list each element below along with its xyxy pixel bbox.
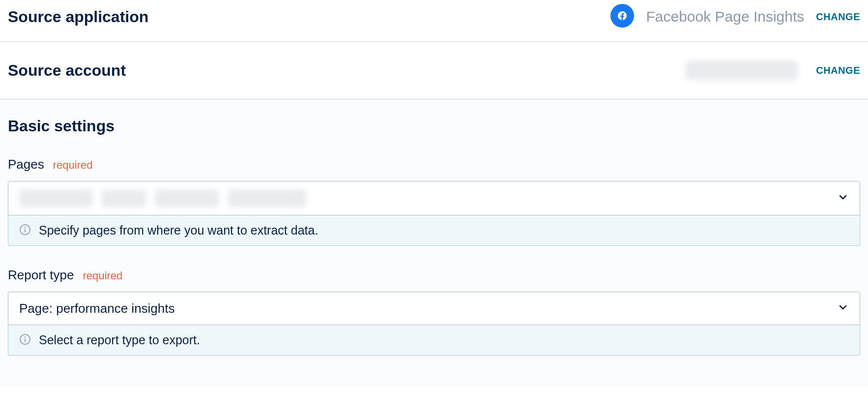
change-application-button[interactable]: CHANGE	[816, 11, 860, 23]
pages-label: Pages	[8, 157, 44, 172]
info-icon	[19, 224, 31, 238]
svg-point-0	[610, 4, 634, 28]
source-application-title: Source application	[8, 8, 148, 26]
pages-hint: Specify pages from where you want to ext…	[8, 215, 860, 246]
svg-point-5	[25, 336, 26, 337]
source-account-title: Source account	[8, 61, 126, 80]
report-type-value: Page: performance insights	[19, 301, 175, 316]
source-account-section: Source account CHANGE	[0, 42, 868, 99]
report-type-required-badge: required	[83, 270, 122, 282]
pages-hint-text: Specify pages from where you want to ext…	[39, 223, 318, 238]
pages-label-row: Pages required	[8, 157, 860, 172]
basic-settings-title: Basic settings	[8, 117, 860, 135]
source-account-value-redacted	[685, 60, 798, 80]
report-type-select[interactable]: Page: performance insights	[8, 292, 860, 325]
pages-field: Pages required	[8, 157, 860, 246]
svg-point-2	[25, 227, 26, 228]
change-account-button[interactable]: CHANGE	[816, 65, 860, 76]
report-type-field: Report type required Page: performance i…	[8, 268, 860, 356]
pages-selected-chips-redacted	[19, 189, 306, 207]
svg-rect-6	[25, 338, 26, 342]
report-type-hint: Select a report type to export.	[8, 325, 860, 356]
source-application-section: Source application Facebook Page Insight…	[0, 0, 868, 41]
facebook-icon	[610, 4, 634, 30]
pages-required-badge: required	[53, 159, 93, 172]
chevron-down-icon	[837, 191, 849, 205]
info-icon	[19, 333, 31, 347]
pages-select[interactable]	[8, 181, 860, 215]
source-account-value-group: CHANGE	[685, 60, 860, 80]
source-application-name: Facebook Page Insights	[646, 8, 804, 25]
basic-settings-section: Basic settings Pages required	[0, 99, 868, 387]
source-application-value-group: Facebook Page Insights CHANGE	[610, 4, 860, 30]
report-type-hint-text: Select a report type to export.	[39, 333, 200, 347]
report-type-label: Report type	[8, 268, 74, 283]
report-type-label-row: Report type required	[8, 268, 860, 283]
svg-rect-3	[25, 229, 26, 232]
chevron-down-icon	[837, 301, 849, 315]
